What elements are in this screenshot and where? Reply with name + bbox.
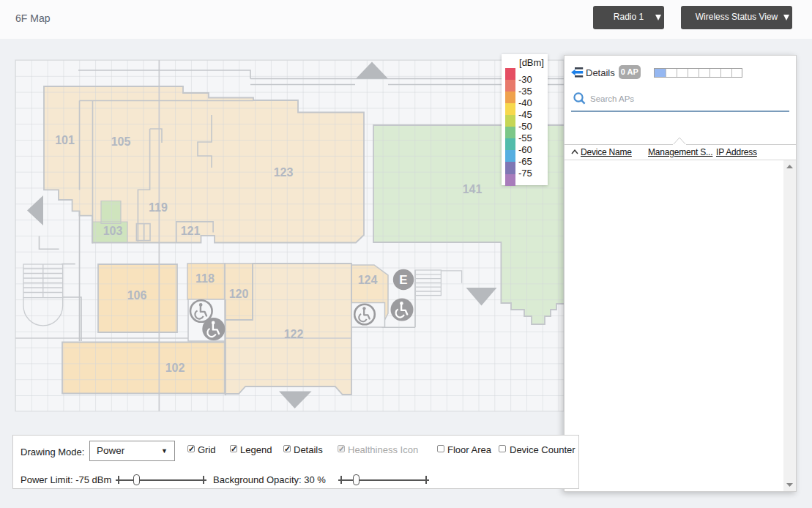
svg-text:122: 122 — [284, 328, 304, 340]
svg-text:102: 102 — [165, 362, 185, 374]
svg-text:124: 124 — [358, 274, 378, 286]
svg-text:141: 141 — [463, 183, 483, 195]
svg-text:101: 101 — [55, 134, 75, 146]
svg-text:123: 123 — [274, 166, 294, 179]
svg-text:E: E — [399, 273, 407, 287]
svg-text:105: 105 — [111, 135, 131, 148]
svg-text:118: 118 — [195, 272, 215, 285]
svg-text:103: 103 — [103, 225, 123, 237]
svg-text:119: 119 — [149, 201, 168, 214]
svg-text:121: 121 — [181, 225, 201, 237]
svg-text:106: 106 — [127, 289, 147, 302]
svg-text:120: 120 — [229, 288, 249, 300]
